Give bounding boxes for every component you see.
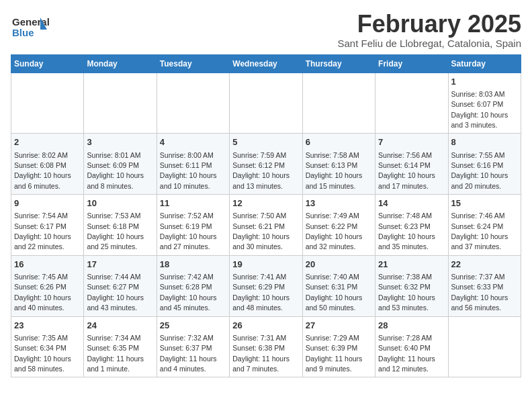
day-info: Sunrise: 7:32 AM Sunset: 6:37 PM Dayligh… [160,334,217,373]
calendar-day-cell [157,73,229,134]
calendar-day-cell: 23Sunrise: 7:35 AM Sunset: 6:34 PM Dayli… [11,316,84,377]
day-number: 4 [160,136,226,148]
day-info: Sunrise: 7:38 AM Sunset: 6:32 PM Dayligh… [378,273,435,312]
day-info: Sunrise: 7:52 AM Sunset: 6:19 PM Dayligh… [160,212,217,250]
calendar-day-cell: 2Sunrise: 8:02 AM Sunset: 6:08 PM Daylig… [11,134,84,195]
calendar-day-cell: 22Sunrise: 7:37 AM Sunset: 6:33 PM Dayli… [448,255,521,316]
calendar-day-cell: 12Sunrise: 7:50 AM Sunset: 6:21 PM Dayli… [230,195,302,256]
calendar-day-cell: 14Sunrise: 7:48 AM Sunset: 6:23 PM Dayli… [375,195,448,256]
day-info: Sunrise: 7:58 AM Sunset: 6:13 PM Dayligh… [306,151,363,190]
day-number: 8 [451,136,518,148]
location-subtitle: Sant Feliu de Llobregat, Catalonia, Spai… [337,38,521,49]
calendar-week-row: 23Sunrise: 7:35 AM Sunset: 6:34 PM Dayli… [11,316,521,377]
day-info: Sunrise: 7:45 AM Sunset: 6:26 PM Dayligh… [14,273,71,312]
calendar-week-row: 16Sunrise: 7:45 AM Sunset: 6:26 PM Dayli… [11,255,521,316]
calendar-week-row: 2Sunrise: 8:02 AM Sunset: 6:08 PM Daylig… [11,134,521,195]
day-info: Sunrise: 7:50 AM Sunset: 6:21 PM Dayligh… [232,212,290,250]
calendar-day-cell: 20Sunrise: 7:40 AM Sunset: 6:31 PM Dayli… [302,255,375,316]
calendar-table: SundayMondayTuesdayWednesdayThursdayFrid… [11,54,521,378]
calendar-day-cell [302,73,375,134]
day-info: Sunrise: 7:31 AM Sunset: 6:38 PM Dayligh… [232,334,290,373]
page-header: General Blue February 2025 Sant Feliu de… [11,11,521,49]
column-header-saturday: Saturday [448,54,521,73]
calendar-day-cell: 28Sunrise: 7:28 AM Sunset: 6:40 PM Dayli… [375,316,448,377]
calendar-day-cell: 13Sunrise: 7:49 AM Sunset: 6:22 PM Dayli… [302,195,375,256]
day-info: Sunrise: 7:44 AM Sunset: 6:27 PM Dayligh… [87,273,144,312]
calendar-day-cell: 4Sunrise: 8:00 AM Sunset: 6:11 PM Daylig… [157,134,229,195]
calendar-day-cell: 10Sunrise: 7:53 AM Sunset: 6:18 PM Dayli… [84,195,157,256]
day-number: 20 [306,259,372,271]
day-number: 18 [160,259,226,271]
day-number: 7 [378,136,445,148]
logo: General Blue [11,11,50,43]
calendar-day-cell: 16Sunrise: 7:45 AM Sunset: 6:26 PM Dayli… [11,255,84,316]
calendar-week-row: 1Sunrise: 8:03 AM Sunset: 6:07 PM Daylig… [11,73,521,134]
column-header-sunday: Sunday [11,54,84,73]
calendar-day-cell: 17Sunrise: 7:44 AM Sunset: 6:27 PM Dayli… [84,255,157,316]
calendar-day-cell: 25Sunrise: 7:32 AM Sunset: 6:37 PM Dayli… [157,316,229,377]
calendar-header-row: SundayMondayTuesdayWednesdayThursdayFrid… [11,54,521,73]
day-number: 21 [378,259,445,271]
day-info: Sunrise: 8:03 AM Sunset: 6:07 PM Dayligh… [451,90,508,129]
day-number: 27 [306,320,372,332]
day-info: Sunrise: 7:42 AM Sunset: 6:28 PM Dayligh… [160,273,217,312]
calendar-day-cell: 19Sunrise: 7:41 AM Sunset: 6:29 PM Dayli… [230,255,302,316]
column-header-friday: Friday [375,54,448,73]
day-info: Sunrise: 7:49 AM Sunset: 6:22 PM Dayligh… [306,212,363,250]
calendar-day-cell: 18Sunrise: 7:42 AM Sunset: 6:28 PM Dayli… [157,255,229,316]
day-info: Sunrise: 8:02 AM Sunset: 6:08 PM Dayligh… [14,151,71,190]
day-number: 6 [306,136,372,148]
day-number: 12 [232,197,299,210]
day-number: 9 [14,197,81,210]
calendar-day-cell [230,73,302,134]
day-number: 15 [451,197,518,210]
day-info: Sunrise: 7:41 AM Sunset: 6:29 PM Dayligh… [232,273,290,312]
calendar-day-cell: 26Sunrise: 7:31 AM Sunset: 6:38 PM Dayli… [230,316,302,377]
day-number: 10 [87,197,153,210]
column-header-tuesday: Tuesday [157,54,229,73]
calendar-week-row: 9Sunrise: 7:54 AM Sunset: 6:17 PM Daylig… [11,195,521,256]
day-info: Sunrise: 7:46 AM Sunset: 6:24 PM Dayligh… [451,212,508,250]
month-title: February 2025 [337,11,521,38]
day-number: 2 [14,136,81,148]
day-info: Sunrise: 8:01 AM Sunset: 6:09 PM Dayligh… [87,151,144,190]
day-info: Sunrise: 7:55 AM Sunset: 6:16 PM Dayligh… [451,151,508,190]
day-number: 24 [87,320,153,332]
calendar-day-cell: 7Sunrise: 7:56 AM Sunset: 6:14 PM Daylig… [375,134,448,195]
calendar-day-cell: 11Sunrise: 7:52 AM Sunset: 6:19 PM Dayli… [157,195,229,256]
calendar-day-cell [375,73,448,134]
calendar-day-cell [11,73,84,134]
day-number: 11 [160,197,226,210]
day-number: 1 [451,76,518,88]
day-number: 14 [378,197,445,210]
title-block: February 2025 Sant Feliu de Llobregat, C… [337,11,521,49]
calendar-day-cell [84,73,157,134]
day-number: 25 [160,320,226,332]
day-number: 16 [14,259,81,271]
calendar-day-cell: 8Sunrise: 7:55 AM Sunset: 6:16 PM Daylig… [448,134,521,195]
column-header-monday: Monday [84,54,157,73]
day-info: Sunrise: 7:28 AM Sunset: 6:40 PM Dayligh… [378,334,435,373]
day-number: 23 [14,320,81,332]
calendar-day-cell: 21Sunrise: 7:38 AM Sunset: 6:32 PM Dayli… [375,255,448,316]
day-number: 5 [232,136,299,148]
calendar-day-cell [448,316,521,377]
day-number: 28 [378,320,445,332]
day-info: Sunrise: 7:54 AM Sunset: 6:17 PM Dayligh… [14,212,71,250]
day-number: 19 [232,259,299,271]
calendar-day-cell: 5Sunrise: 7:59 AM Sunset: 6:12 PM Daylig… [230,134,302,195]
day-number: 22 [451,259,518,271]
day-info: Sunrise: 8:00 AM Sunset: 6:11 PM Dayligh… [160,151,217,190]
day-info: Sunrise: 7:59 AM Sunset: 6:12 PM Dayligh… [232,151,290,190]
column-header-wednesday: Wednesday [230,54,302,73]
column-header-thursday: Thursday [302,54,375,73]
svg-text:Blue: Blue [12,27,34,38]
calendar-day-cell: 27Sunrise: 7:29 AM Sunset: 6:39 PM Dayli… [302,316,375,377]
day-info: Sunrise: 7:37 AM Sunset: 6:33 PM Dayligh… [451,273,508,312]
calendar-day-cell: 9Sunrise: 7:54 AM Sunset: 6:17 PM Daylig… [11,195,84,256]
calendar-day-cell: 15Sunrise: 7:46 AM Sunset: 6:24 PM Dayli… [448,195,521,256]
day-info: Sunrise: 7:48 AM Sunset: 6:23 PM Dayligh… [378,212,435,250]
day-number: 3 [87,136,153,148]
day-number: 26 [232,320,299,332]
day-info: Sunrise: 7:34 AM Sunset: 6:35 PM Dayligh… [87,334,144,373]
